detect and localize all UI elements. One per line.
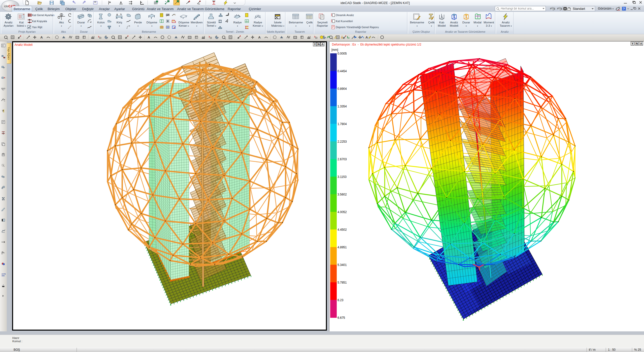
svg-text:A: A (40, 35, 43, 39)
svg-text:?: ? (623, 7, 625, 11)
svg-text:N: N (120, 13, 122, 16)
svg-text:?: ? (2, 109, 4, 112)
svg-text:ABC: ABC (2, 275, 5, 277)
svg-text:AUTO: AUTO (2, 273, 6, 275)
svg-text:A: A (258, 35, 261, 39)
svg-text:A: A (148, 35, 150, 39)
svg-text:1: 1 (58, 17, 59, 18)
svg-text:A: A (365, 35, 368, 39)
